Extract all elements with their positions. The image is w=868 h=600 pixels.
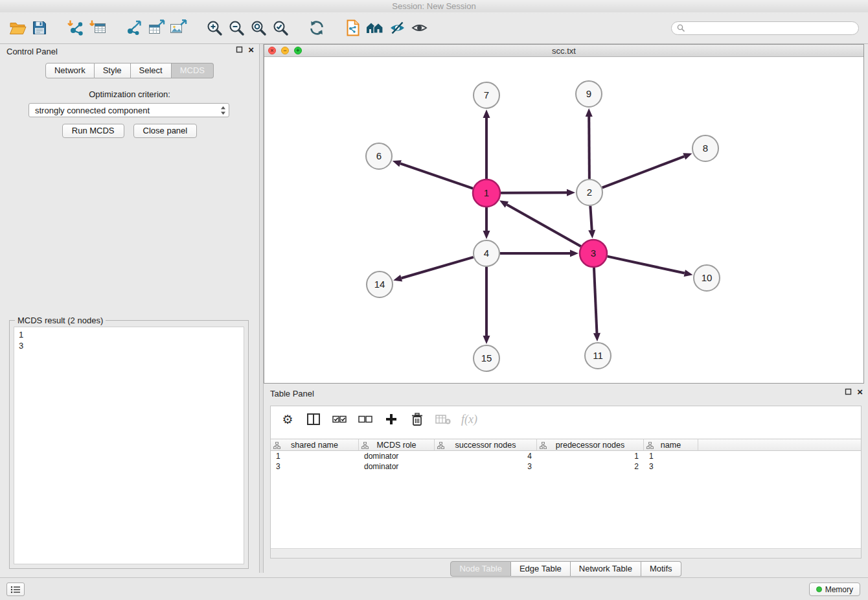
zoom-in-button[interactable] [203,17,225,39]
table-tab-network-table[interactable]: Network Table [571,561,641,577]
import-network-button[interactable] [65,17,87,39]
tab-network[interactable]: Network [45,63,95,78]
table-tab-node-table[interactable]: Node Table [450,561,511,577]
mcds-result-line: 1 [19,329,239,340]
control-panel: Control Panel × NetworkStyleSelectMCDS O… [0,44,259,573]
graph-edge-arrowhead [593,333,600,341]
graph-node-label: 14 [374,279,385,290]
save-icon [32,20,47,36]
add-row-button[interactable] [383,411,399,428]
graph-edge-2-8[interactable] [602,156,685,187]
deselect-all-button[interactable] [358,411,373,428]
close-window-button[interactable]: × [268,47,276,54]
window-title: Session: New Session [392,1,475,11]
export-image-icon [169,19,187,36]
optimization-criterion-label: Optimization criterion: [0,89,259,99]
graph-node-label: 9 [586,88,591,99]
column-header-name[interactable]: name [644,439,698,451]
graph-edge-2-9[interactable] [589,117,589,179]
paint-eye-button[interactable] [386,17,408,39]
column-selector-button[interactable] [306,411,321,428]
close-panel-button[interactable]: Close panel [133,124,198,138]
table-row[interactable]: 3dominator323 [271,461,861,472]
graph-edge-arrowhead [684,270,693,277]
graph-edge-3-10[interactable] [607,257,684,273]
table-tab-motifs[interactable]: Motifs [641,561,681,577]
import-table-button[interactable] [87,17,109,39]
export-image-button[interactable] [167,17,189,39]
gear-icon: ⚙ [282,412,293,427]
column-header-MCDS-role[interactable]: MCDS role [359,439,435,451]
select-all-button[interactable] [332,411,347,428]
dropdown-stepper-icon [217,106,229,115]
panel-splitter[interactable] [259,44,264,573]
graph-edge-4-14[interactable] [402,257,474,278]
table-row[interactable]: 1dominator411 [271,451,861,461]
table-cell: 3 [271,461,359,472]
graph-edge-arrowhead [483,231,490,239]
graph-edge-3-11[interactable] [594,268,597,333]
delete-row-button[interactable] [409,411,425,428]
zoom-selected-button[interactable] [269,17,291,39]
memory-button[interactable]: Memory [809,583,860,596]
settings-gear-button[interactable]: ⚙ [280,411,295,428]
tab-mcds[interactable]: MCDS [172,63,214,78]
graph-node-label: 4 [484,248,489,259]
search-box[interactable] [671,21,859,35]
graph-edge-arrowhead [393,160,402,167]
float-table-panel-icon[interactable] [845,388,852,395]
network-graph[interactable]: 7968124314101511 [264,57,863,383]
graph-edge-arrowhead [483,110,490,118]
graph-node-label: 1 [484,187,489,198]
import-network-icon [67,19,85,36]
network-home-button[interactable] [364,17,386,39]
table-cell: 1 [644,451,698,461]
export-table-button[interactable] [145,17,167,39]
session-document-icon [345,19,361,36]
float-window-icon[interactable] [236,46,243,53]
mcds-result-list[interactable]: 13 [14,327,244,564]
tab-select[interactable]: Select [131,63,172,78]
graph-edge-1-2[interactable] [501,192,567,193]
tab-style[interactable]: Style [95,63,131,78]
graph-node-label: 15 [481,352,492,363]
zoom-in-icon [206,19,223,36]
column-header-successor-nodes[interactable]: successor nodes [435,439,537,451]
app-titlebar: Session: New Session [0,0,868,12]
eye-icon [411,19,428,36]
close-table-panel-icon[interactable]: × [857,388,863,395]
session-document-button[interactable] [342,17,364,39]
function-builder-button[interactable]: f(x) [461,411,477,428]
close-panel-icon[interactable]: × [248,46,254,53]
save-session-button[interactable] [29,17,51,39]
zoom-fit-button[interactable] [247,17,269,39]
column-tree-icon [437,442,444,449]
maximize-window-button[interactable]: + [294,47,302,54]
graph-edge-2-3[interactable] [590,206,591,230]
task-history-button[interactable] [6,583,25,596]
table-tab-edge-table[interactable]: Edge Table [511,561,571,577]
zoom-out-button[interactable] [225,17,247,39]
memory-label: Memory [825,585,853,594]
main-toolbar [0,12,868,44]
delete-table-button[interactable] [435,411,451,428]
table-cell: 1 [271,451,359,461]
graph-edge-1-6[interactable] [400,163,473,188]
graph-node-label: 10 [702,272,713,283]
import-table-icon [89,19,107,36]
open-folder-button[interactable] [6,17,29,39]
criterion-dropdown[interactable]: strongly connected component [29,103,229,117]
minimize-window-button[interactable]: − [281,47,289,54]
graph-node-label: 6 [376,150,382,161]
control-panel-tabs: NetworkStyleSelectMCDS [0,63,259,78]
export-network-button[interactable] [123,17,145,39]
search-input[interactable] [689,23,853,32]
refresh-layout-button[interactable] [306,17,328,39]
run-mcds-button[interactable]: Run MCDS [62,124,124,138]
table-hscrollbar[interactable] [271,548,861,558]
column-header-label: MCDS role [376,441,416,450]
show-hide-eye-button[interactable] [408,17,430,39]
graph-edge-3-1[interactable] [507,205,580,247]
column-header-shared-name[interactable]: shared name [271,439,359,451]
column-header-predecessor-nodes[interactable]: predecessor nodes [537,439,644,451]
